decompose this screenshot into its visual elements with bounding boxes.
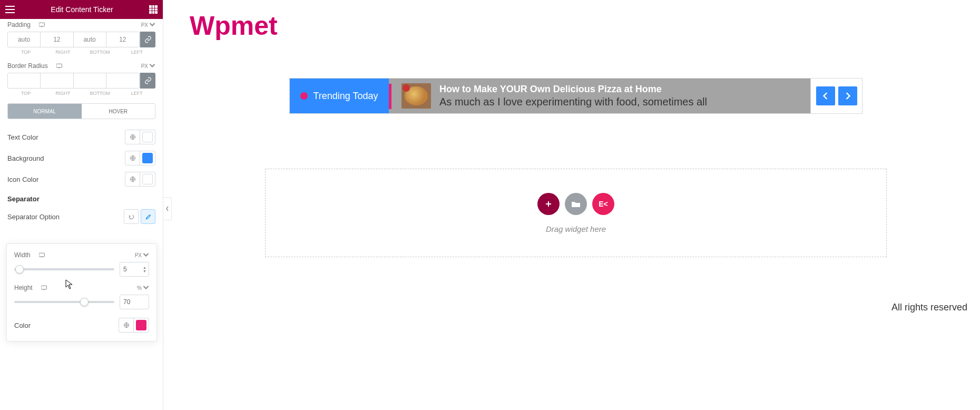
br-left-input[interactable] (106, 73, 139, 88)
width-control: Width PX 5▲▼ (14, 251, 149, 277)
add-widget-button[interactable] (537, 193, 560, 215)
ticker-nav (810, 79, 862, 113)
padding-left-input[interactable] (106, 32, 139, 47)
separator-color-swatch[interactable] (134, 318, 149, 332)
globe-icon[interactable] (125, 130, 140, 144)
dim-label: LEFT (119, 89, 155, 96)
globe-icon[interactable] (125, 172, 140, 186)
widget-dropzone[interactable]: E< Drag widget here (265, 169, 887, 257)
ticker-badge-text: Trending Today (313, 91, 378, 102)
separator-option-control: Separator Option (7, 207, 155, 226)
separator-popover: Width PX 5▲▼ Height % 70 (6, 243, 157, 341)
br-bottom-input[interactable] (74, 73, 106, 88)
elementskit-button[interactable]: E< (592, 193, 614, 215)
dim-label: BOTTOM (82, 47, 119, 55)
svg-rect-10 (43, 289, 44, 290)
svg-rect-3 (58, 67, 60, 68)
folder-button[interactable] (565, 193, 587, 215)
padding-top-input[interactable] (8, 32, 41, 47)
svg-rect-9 (41, 286, 47, 289)
dim-label: BOTTOM (82, 89, 119, 96)
padding-control: Padding PX TOP RIGHT BOTTOM LEFT (7, 21, 155, 55)
text-color-control: Text Color (7, 126, 155, 148)
separator-heading: Separator (7, 190, 155, 207)
height-control: Height % 70 (14, 284, 149, 309)
panel-title: Edit Content Ticker (51, 5, 113, 14)
height-label: Height (14, 284, 33, 291)
height-slider[interactable] (14, 301, 114, 303)
width-unit[interactable]: PX (135, 252, 149, 258)
separator-option-label: Separator Option (7, 213, 60, 221)
svg-rect-2 (56, 64, 62, 67)
sidebar: Edit Content Ticker Padding PX (0, 0, 163, 410)
globe-icon[interactable] (119, 318, 134, 332)
hamburger-icon[interactable] (5, 6, 15, 13)
height-unit[interactable]: % (137, 285, 149, 291)
icon-color-swatch[interactable] (140, 172, 155, 186)
padding-right-input[interactable] (41, 32, 73, 47)
br-top-input[interactable] (8, 73, 41, 88)
canvas: Wpmet Trending Today How to Make YOUR Ow… (172, 0, 980, 410)
svg-rect-1 (41, 26, 43, 27)
collapse-handle[interactable] (163, 197, 172, 220)
content-ticker: Trending Today How to Make YOUR Own Deli… (289, 78, 863, 114)
icon-color-label: Icon Color (7, 175, 38, 183)
br-right-input[interactable] (41, 73, 73, 88)
text-color-label: Text Color (7, 133, 38, 141)
dim-label: LEFT (119, 47, 155, 55)
icon-color-control: Icon Color (7, 169, 155, 190)
separator-color-label: Color (14, 321, 31, 329)
device-icon[interactable] (56, 63, 63, 69)
device-icon[interactable] (39, 252, 45, 258)
edit-icon[interactable] (141, 209, 155, 224)
padding-label: Padding (7, 21, 31, 28)
grid-icon[interactable] (149, 5, 158, 14)
brand-name: Wpmet (182, 0, 969, 46)
ticker-item-title: How to Make YOUR Own Delicious Pizza at … (439, 84, 707, 95)
state-tabs: NORMAL HOVER (7, 103, 155, 119)
dim-label: TOP (7, 47, 44, 55)
dim-label: TOP (7, 89, 44, 96)
stepper-up-icon[interactable]: ▲ (143, 266, 146, 269)
svg-rect-0 (39, 23, 45, 26)
ticker-prev-button[interactable] (816, 86, 835, 105)
background-swatch[interactable] (140, 151, 155, 165)
ticker-dot-icon (300, 92, 308, 100)
border-radius-unit[interactable]: PX (141, 63, 155, 69)
border-radius-control: Border Radius PX TOP RIGHT BOTTOM LEFT (7, 62, 155, 96)
tab-normal[interactable]: NORMAL (8, 104, 82, 119)
ticker-next-button[interactable] (838, 86, 857, 105)
width-value-input[interactable]: 5▲▼ (120, 262, 149, 277)
reset-icon[interactable] (124, 209, 139, 224)
padding-link-button[interactable] (140, 32, 155, 47)
ticker-separator (389, 84, 391, 109)
ticker-thumbnail (401, 83, 431, 109)
sidebar-header: Edit Content Ticker (0, 0, 163, 19)
svg-rect-8 (41, 257, 42, 257)
border-radius-label: Border Radius (7, 62, 48, 70)
ticker-badge: Trending Today (290, 79, 389, 113)
background-control: Background (7, 148, 155, 169)
footer-text: All rights reserved (891, 302, 967, 313)
text-color-swatch[interactable] (140, 130, 155, 144)
background-label: Background (7, 154, 44, 162)
svg-rect-7 (39, 253, 45, 257)
separator-color-control: Color (14, 317, 149, 334)
globe-icon[interactable] (125, 151, 140, 165)
device-icon[interactable] (41, 285, 47, 291)
padding-bottom-input[interactable] (74, 32, 106, 47)
dropzone-hint: Drag widget here (546, 224, 606, 233)
width-label: Width (14, 251, 31, 259)
width-slider[interactable] (14, 268, 114, 270)
tab-hover[interactable]: HOVER (82, 104, 155, 119)
device-icon[interactable] (39, 22, 45, 28)
dim-label: RIGHT (44, 89, 81, 96)
padding-unit[interactable]: PX (141, 22, 155, 28)
ticker-item-desc: As much as I love experimenting with foo… (439, 96, 707, 108)
stepper-down-icon[interactable]: ▼ (143, 269, 146, 273)
panel-body: Padding PX TOP RIGHT BOTTOM LEFT (0, 19, 163, 233)
height-value-input[interactable]: 70 (120, 295, 149, 309)
dim-label: RIGHT (44, 47, 81, 55)
ticker-content[interactable]: How to Make YOUR Own Delicious Pizza at … (389, 79, 810, 113)
br-link-button[interactable] (140, 73, 155, 89)
